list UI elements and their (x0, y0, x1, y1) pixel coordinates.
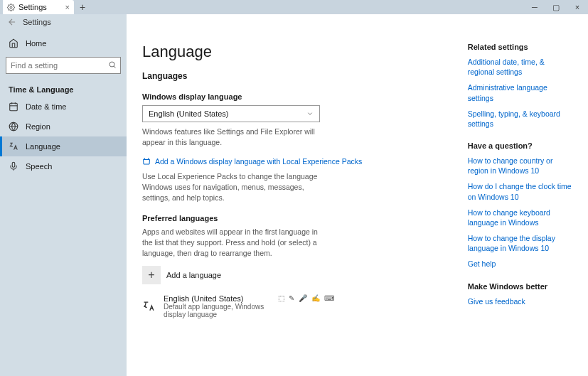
microphone-icon (9, 161, 18, 171)
home-label: Home (26, 39, 46, 48)
help-link[interactable]: Get help (468, 259, 572, 269)
language-icon (9, 141, 18, 151)
keyboard-icon: ⌨ (324, 294, 334, 302)
language-glyph-icon (142, 297, 156, 316)
display-language-label: Windows display language (142, 92, 468, 101)
tts-icon: ✎ (289, 294, 294, 302)
sidebar-item-label: Language (26, 142, 60, 151)
close-button[interactable]: × (567, 0, 588, 14)
sidebar-item-label: Date & time (26, 102, 66, 111)
search-input[interactable] (6, 57, 121, 74)
help-link[interactable]: How do I change the clock time on Window… (468, 181, 572, 201)
svg-rect-3 (10, 103, 18, 111)
settings-icon (7, 4, 15, 11)
page-title: Language (142, 43, 468, 61)
language-indicators: ⬚ ✎ 🎤 ✍ ⌨ (278, 294, 334, 302)
feedback-link[interactable]: Give us feedback (468, 296, 572, 306)
languages-heading: Languages (142, 71, 468, 81)
handwriting-icon: ✍ (311, 294, 320, 302)
link-text: Add a Windows display language with Loca… (155, 157, 362, 166)
globe-icon (9, 122, 18, 131)
plus-icon: + (142, 266, 161, 284)
sidebar-item-language[interactable]: Language (0, 136, 127, 156)
sidebar-item-region[interactable]: Region (0, 117, 127, 136)
sidebar-item-label: Speech (26, 162, 52, 171)
related-settings-title: Related settings (468, 43, 572, 51)
window-tab[interactable]: Settings × (3, 0, 74, 14)
main-content: Language Languages Windows display langu… (142, 43, 468, 363)
svg-rect-9 (12, 162, 15, 167)
svg-point-0 (10, 6, 12, 9)
add-language-label: Add a language (166, 271, 221, 279)
language-subtext: Default app language, Windows display la… (164, 303, 278, 318)
display-language-select[interactable]: English (United States) (142, 105, 320, 122)
store-icon (142, 157, 151, 166)
language-name: English (United States) (164, 294, 278, 303)
new-tab-button[interactable]: + (80, 1, 85, 13)
svg-line-2 (114, 66, 116, 68)
back-button[interactable] (7, 17, 17, 27)
aside-panel: Related settings Additional date, time, … (468, 43, 572, 363)
maximize-button[interactable]: ▢ (545, 0, 567, 14)
display-icon: ⬚ (278, 294, 284, 302)
chevron-down-icon (306, 110, 314, 117)
search-container (6, 57, 121, 74)
svg-point-1 (109, 62, 114, 67)
related-link[interactable]: Additional date, time, & regional settin… (468, 57, 572, 77)
help-link[interactable]: How to change the display language in Wi… (468, 233, 572, 253)
feedback-title: Make Windows better (468, 282, 572, 291)
sidebar: Home Time & Language Date & time Region … (0, 30, 127, 376)
close-tab-icon[interactable]: × (65, 3, 70, 11)
preferred-languages-desc: Apps and websites will appear in the fir… (142, 227, 327, 258)
local-packs-desc: Use Local Experience Packs to change the… (142, 171, 327, 203)
display-language-value: English (United States) (149, 109, 229, 118)
calendar-icon (9, 102, 18, 112)
related-link[interactable]: Spelling, typing, & keyboard settings (468, 109, 572, 129)
home-button[interactable]: Home (0, 34, 127, 53)
question-title: Have a question? (468, 141, 572, 150)
sidebar-item-label: Region (26, 122, 50, 131)
sidebar-item-speech[interactable]: Speech (0, 156, 127, 176)
header-title: Settings (23, 18, 51, 26)
home-icon (9, 38, 18, 48)
sidebar-category: Time & Language (0, 80, 127, 97)
header-bar: Settings (0, 14, 588, 30)
display-language-desc: Windows features like Settings and File … (142, 127, 327, 147)
language-item[interactable]: English (United States) Default app lang… (142, 294, 278, 318)
local-experience-packs-link[interactable]: Add a Windows display language with Loca… (142, 157, 362, 166)
title-bar: Settings × + ─ ▢ × (0, 0, 588, 14)
speech-icon: 🎤 (299, 294, 307, 302)
help-link[interactable]: How to change country or region in Windo… (468, 156, 572, 176)
help-link[interactable]: How to change keyboard language in Windo… (468, 208, 572, 227)
sidebar-item-date-time[interactable]: Date & time (0, 97, 127, 117)
tab-label: Settings (18, 3, 47, 11)
related-link[interactable]: Administrative language settings (468, 82, 572, 102)
search-icon (108, 60, 117, 69)
preferred-languages-label: Preferred languages (142, 214, 468, 222)
minimize-button[interactable]: ─ (524, 0, 545, 14)
add-language-button[interactable]: + Add a language (142, 266, 468, 284)
